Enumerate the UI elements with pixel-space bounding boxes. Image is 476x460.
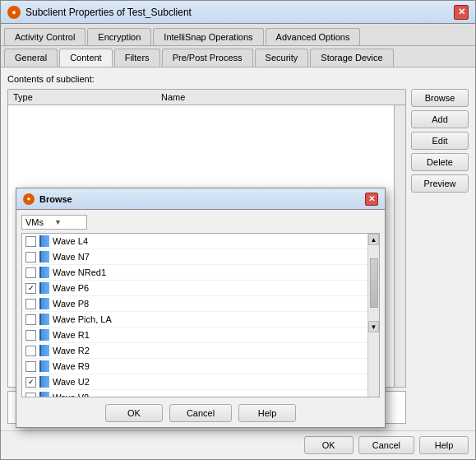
window-close-button[interactable]: ✕	[454, 5, 469, 20]
browse-button[interactable]: Browse	[411, 89, 469, 107]
table-header: Type Name	[8, 90, 405, 105]
tab-storage[interactable]: Storage Device	[310, 49, 393, 67]
vm-icon	[39, 251, 49, 263]
browse-dialog-icon: ●	[23, 193, 35, 205]
tab-security[interactable]: Security	[255, 49, 309, 67]
list-item-wave-nred1[interactable]: Wave NRed1	[22, 265, 367, 281]
list-item-wave-r2[interactable]: Wave R2	[22, 343, 367, 359]
checkbox-wave-r9[interactable]	[25, 361, 36, 372]
footer-buttons: OK Cancel Help	[1, 430, 475, 459]
delete-button[interactable]: Delete	[411, 153, 469, 171]
title-bar: ● Subclient Properties of Test_Subclient…	[1, 1, 475, 24]
contents-label: Contents of subclient:	[7, 74, 469, 84]
checkbox-wave-r1[interactable]	[25, 330, 36, 341]
checkbox-wave-r2[interactable]	[25, 346, 36, 356]
browse-dialog-title-left: ● Browse	[23, 193, 72, 205]
checkbox-wave-v8[interactable]	[25, 393, 36, 397]
item-label: Wave L4	[53, 236, 88, 246]
ok-button[interactable]: OK	[304, 436, 354, 454]
browse-dialog-body: VMs ▼ Wave L4Wave N7Wave NRed1Wave P6Wav…	[16, 210, 385, 427]
preview-button[interactable]: Preview	[411, 174, 469, 193]
tab-intellisnap[interactable]: IntelliSnap Operations	[153, 28, 263, 45]
scroll-down-arrow[interactable]: ▼	[368, 321, 379, 332]
main-content: Contents of subclient: Type Name	[1, 67, 475, 430]
tab-filters[interactable]: Filters	[114, 49, 160, 67]
window-title: Subclient Properties of Test_Subclient	[25, 7, 192, 18]
browse-dialog: ● Browse ✕ VMs ▼	[16, 188, 386, 428]
browse-dialog-title-bar: ● Browse ✕	[16, 188, 385, 210]
checkbox-wave-n7[interactable]	[25, 252, 36, 263]
browse-list-container: Wave L4Wave N7Wave NRed1Wave P6Wave P8Wa…	[21, 233, 380, 397]
browse-list[interactable]: Wave L4Wave N7Wave NRed1Wave P6Wave P8Wa…	[22, 234, 367, 397]
tab-content[interactable]: Content	[59, 49, 113, 67]
item-label: Wave R9	[53, 361, 90, 371]
vms-dropdown-label: VMs	[25, 217, 54, 227]
scroll-indicator	[394, 105, 405, 387]
item-label: Wave R1	[53, 330, 90, 340]
vm-icon	[39, 376, 49, 388]
checkbox-wave-p8[interactable]	[25, 299, 36, 309]
vm-icon	[39, 235, 49, 247]
right-buttons: Browse Add Edit Delete Preview	[411, 89, 469, 424]
tab-encryption[interactable]: Encryption	[87, 28, 151, 45]
checkbox-wave-nred1[interactable]	[25, 267, 36, 278]
checkbox-wave-pich-la[interactable]	[25, 314, 36, 325]
checkbox-wave-l4[interactable]	[25, 236, 36, 247]
list-item-wave-l4[interactable]: Wave L4	[22, 234, 367, 249]
tabs-row2: General Content Filters Pre/Post Process…	[1, 46, 475, 67]
content-area: Type Name ● Browse	[7, 89, 469, 424]
item-label: Wave U2	[53, 377, 90, 387]
list-item-wave-pich-la[interactable]: Wave Pich, LA	[22, 312, 367, 328]
tab-general[interactable]: General	[4, 49, 58, 67]
list-item-wave-u2[interactable]: Wave U2	[22, 374, 367, 390]
tab-activity-control[interactable]: Activity Control	[4, 28, 85, 45]
content-wrapper: Type Name ● Browse	[7, 89, 406, 424]
browse-ok-button[interactable]: OK	[105, 404, 163, 422]
help-button[interactable]: Help	[419, 436, 469, 454]
tab-advanced[interactable]: Advanced Options	[266, 28, 361, 45]
item-label: Wave P8	[53, 299, 89, 309]
list-item-wave-n7[interactable]: Wave N7	[22, 249, 367, 265]
cancel-button[interactable]: Cancel	[358, 436, 414, 454]
tabs-row1: Activity Control Encryption IntelliSnap …	[1, 24, 475, 46]
item-label: Wave V8	[53, 393, 89, 397]
item-label: Wave Pich, LA	[53, 314, 112, 324]
browse-dialog-close-button[interactable]: ✕	[365, 193, 378, 206]
browse-help-button[interactable]: Help	[238, 404, 296, 422]
list-item-wave-r1[interactable]: Wave R1	[22, 328, 367, 343]
list-item-wave-p8[interactable]: Wave P8	[22, 296, 367, 312]
checkbox-wave-u2[interactable]	[25, 377, 36, 388]
list-item-wave-v8[interactable]: Wave V8	[22, 390, 367, 397]
app-icon: ●	[7, 6, 21, 19]
item-label: Wave NRed1	[53, 267, 106, 277]
vm-icon	[39, 282, 49, 294]
edit-button[interactable]: Edit	[411, 132, 469, 150]
col-name-header: Name	[161, 92, 400, 102]
item-label: Wave R2	[53, 346, 90, 355]
vms-dropdown-arrow: ▼	[54, 218, 83, 226]
browse-cancel-button[interactable]: Cancel	[169, 404, 232, 422]
scroll-up-arrow[interactable]: ▲	[368, 234, 379, 245]
list-item-wave-r9[interactable]: Wave R9	[22, 359, 367, 374]
browse-dialog-title: Browse	[39, 194, 72, 204]
vm-icon	[39, 360, 49, 372]
browse-dialog-buttons: OK Cancel Help	[21, 404, 380, 422]
main-window: ● Subclient Properties of Test_Subclient…	[0, 0, 476, 460]
browse-dialog-overlay: ● Browse ✕ VMs ▼	[16, 188, 386, 428]
browse-list-scrollbar[interactable]: ▲ ▼	[367, 234, 379, 397]
vms-dropdown[interactable]: VMs ▼	[21, 215, 87, 230]
scroll-thumb[interactable]	[370, 258, 378, 308]
item-label: Wave N7	[53, 252, 90, 262]
col-type-header: Type	[13, 92, 161, 102]
vm-icon	[39, 314, 49, 325]
add-button[interactable]: Add	[411, 110, 469, 128]
vm-icon	[39, 392, 49, 397]
vm-icon	[39, 345, 49, 356]
list-item-wave-p6[interactable]: Wave P6	[22, 281, 367, 296]
tab-prepost[interactable]: Pre/Post Process	[162, 49, 253, 67]
title-bar-left: ● Subclient Properties of Test_Subclient	[7, 6, 192, 19]
item-label: Wave P6	[53, 283, 89, 293]
checkbox-wave-p6[interactable]	[25, 283, 36, 294]
vm-icon	[39, 267, 49, 278]
vm-icon	[39, 298, 49, 309]
